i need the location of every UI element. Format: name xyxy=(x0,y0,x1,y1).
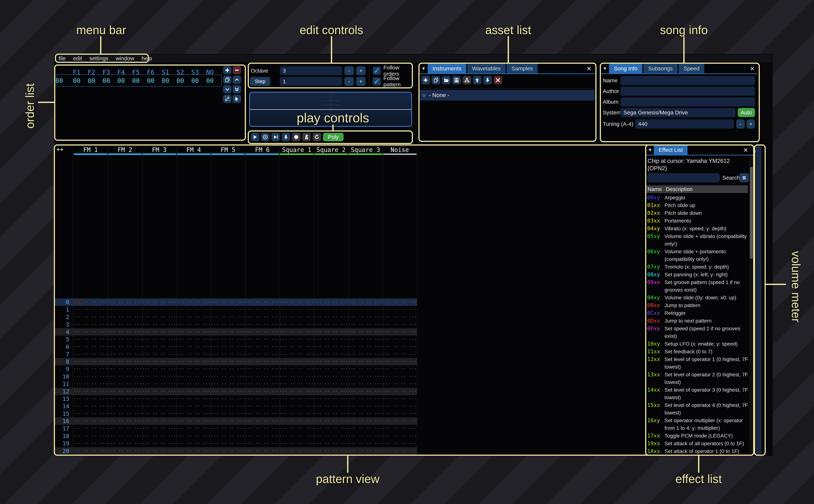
asset-directory-button[interactable] xyxy=(463,76,471,84)
pattern-cell[interactable]: ··· ·· ·· ···· xyxy=(383,328,417,336)
pattern-cell[interactable]: ··· ·· ·· ···· xyxy=(314,343,348,350)
pattern-cell[interactable]: ··· ·· ·· ···· xyxy=(142,343,176,350)
pattern-cell[interactable]: ··· ·· ·· ···· xyxy=(211,298,245,306)
pattern-cell[interactable]: ··· ·· ·· ···· xyxy=(142,321,176,328)
pattern-cell[interactable]: ··· ·· ·· ···· xyxy=(176,313,211,321)
step-increase-button[interactable]: + xyxy=(356,77,366,86)
pattern-cell[interactable]: ··· ·· ·· ···· xyxy=(211,432,245,440)
pattern-cell[interactable]: ··· ·· ·· ···· xyxy=(142,440,176,447)
step-play-button[interactable] xyxy=(271,133,280,141)
channel-header-fm-6[interactable]: FM 6 xyxy=(245,146,279,153)
step-down-button[interactable] xyxy=(282,133,290,141)
pattern-cell[interactable]: ··· ·· ·· ···· xyxy=(142,373,176,380)
pattern-cell[interactable]: ··· ·· ·· ···· xyxy=(348,328,382,336)
follow-orders-checkbox[interactable]: ✓ xyxy=(373,67,381,75)
pattern-cell[interactable]: ··· ·· ·· ···· xyxy=(383,306,417,313)
pattern-cell[interactable]: ··· ·· ·· ···· xyxy=(279,321,314,328)
pattern-cell[interactable]: ··· ·· ·· ···· xyxy=(348,336,382,343)
pattern-cell[interactable]: ··· ·· ·· ···· xyxy=(142,395,176,403)
menu-item-settings[interactable]: settings xyxy=(89,55,108,62)
move-asset-down-button[interactable] xyxy=(483,76,492,84)
pattern-cell[interactable]: ··· ·· ·· ···· xyxy=(383,447,417,455)
pattern-cell[interactable]: ··· ·· ·· ···· xyxy=(211,336,245,343)
pattern-cell[interactable]: ··· ·· ·· ···· xyxy=(176,365,211,373)
duplicate-order-button[interactable] xyxy=(223,76,231,84)
pattern-cell[interactable]: ··· ·· ·· ···· xyxy=(383,410,417,417)
menu-item-window[interactable]: window xyxy=(116,55,134,62)
tuning-increase-button[interactable]: + xyxy=(747,119,755,129)
channel-header-fm-2[interactable]: FM 2 xyxy=(108,146,142,153)
pattern-cell[interactable]: ··· ·· ·· ···· xyxy=(314,313,348,321)
order-cell[interactable]: 00 xyxy=(132,77,140,84)
pattern-cell[interactable]: ··· ·· ·· ···· xyxy=(142,358,176,365)
follow-pattern-checkbox[interactable]: ✓ xyxy=(373,77,381,85)
pattern-cell[interactable]: ··· ·· ·· ···· xyxy=(314,351,348,358)
pattern-cell[interactable]: ··· ·· ·· ···· xyxy=(348,388,382,395)
pattern-cell[interactable]: ··· ·· ·· ···· xyxy=(383,343,417,350)
system-input[interactable]: Sega Genesis/Mega Drive xyxy=(621,108,736,117)
pattern-cell[interactable]: ··· ·· ·· ···· xyxy=(279,417,314,425)
pattern-cell[interactable]: ··· ·· ·· ···· xyxy=(383,395,417,403)
pattern-cell[interactable]: ··· ·· ·· ···· xyxy=(142,351,176,358)
pattern-cell[interactable]: ··· ·· ·· ···· xyxy=(314,373,348,380)
duplicate-order-end-button[interactable] xyxy=(233,85,241,93)
pattern-cell[interactable]: ··· ·· ·· ···· xyxy=(279,403,314,410)
pattern-cell[interactable]: ··· ·· ·· ···· xyxy=(176,403,211,410)
tab-effect-list[interactable]: Effect List xyxy=(654,145,688,155)
pattern-cell[interactable]: ··· ·· ·· ···· xyxy=(176,321,211,328)
pattern-cell[interactable]: ··· ·· ·· ···· xyxy=(73,380,108,388)
channel-header-fm-1[interactable]: FM 1 xyxy=(73,146,108,153)
octave-input[interactable]: 3 xyxy=(280,66,342,75)
pattern-cell[interactable]: ··· ·· ·· ···· xyxy=(279,373,314,380)
pattern-cell[interactable]: ··· ·· ·· ···· xyxy=(348,365,382,373)
pattern-cell[interactable]: ··· ·· ·· ···· xyxy=(279,440,314,447)
pattern-cell[interactable]: ··· ·· ·· ···· xyxy=(245,410,279,417)
pattern-cell[interactable]: ··· ·· ·· ···· xyxy=(73,328,108,336)
order-cell[interactable]: 00 xyxy=(147,77,154,84)
pattern-cell[interactable]: ··· ·· ·· ···· xyxy=(314,395,348,403)
pattern-cell[interactable]: ··· ·· ·· ···· xyxy=(383,403,417,410)
pattern-cell[interactable]: ··· ·· ·· ···· xyxy=(73,425,108,432)
pattern-cell[interactable]: ··· ·· ·· ···· xyxy=(211,328,245,336)
pattern-cell[interactable]: ··· ·· ·· ···· xyxy=(245,440,279,447)
order-cell[interactable]: 00 xyxy=(73,77,81,84)
order-cell[interactable]: 00 xyxy=(88,77,95,84)
pattern-cell[interactable]: ··· ·· ·· ···· xyxy=(279,410,314,417)
pattern-cell[interactable]: ··· ·· ·· ···· xyxy=(314,410,348,417)
pattern-cell[interactable]: ··· ·· ·· ···· xyxy=(245,380,279,388)
pattern-cell[interactable]: ··· ·· ·· ···· xyxy=(108,365,142,373)
pattern-cell[interactable]: ··· ·· ·· ···· xyxy=(108,432,142,440)
pattern-cell[interactable]: ··· ·· ·· ···· xyxy=(279,313,314,321)
pattern-cell[interactable]: ··· ·· ·· ···· xyxy=(314,306,348,313)
pattern-cell[interactable]: ··· ·· ·· ···· xyxy=(245,343,279,350)
step-input[interactable]: 1 xyxy=(280,77,342,86)
pattern-cell[interactable]: ··· ·· ·· ···· xyxy=(73,351,108,358)
pattern-cell[interactable]: ··· ·· ·· ···· xyxy=(176,373,211,380)
pattern-cell[interactable]: ··· ·· ·· ···· xyxy=(279,432,314,440)
pattern-cell[interactable]: ··· ·· ·· ···· xyxy=(108,380,142,388)
pattern-cell[interactable]: ··· ·· ·· ···· xyxy=(348,447,382,455)
order-cell[interactable]: 00 xyxy=(206,77,214,84)
pattern-cell[interactable]: ··· ·· ·· ···· xyxy=(108,351,142,358)
system-auto-button[interactable]: Auto xyxy=(738,108,755,117)
pattern-cell[interactable]: ··· ·· ·· ···· xyxy=(383,336,417,343)
pattern-cell[interactable]: ··· ·· ·· ···· xyxy=(176,343,211,350)
play-button[interactable] xyxy=(251,133,259,141)
pattern-cell[interactable]: ··· ·· ·· ···· xyxy=(314,447,348,455)
pattern-cell[interactable]: ··· ·· ·· ···· xyxy=(348,373,382,380)
pattern-cell[interactable]: ··· ·· ·· ···· xyxy=(279,351,314,358)
pattern-cell[interactable]: ··· ·· ·· ···· xyxy=(314,328,348,336)
add-order-button[interactable] xyxy=(223,66,231,74)
pattern-cell[interactable]: ··· ·· ·· ···· xyxy=(108,343,142,350)
pattern-cell[interactable]: ··· ·· ·· ···· xyxy=(314,358,348,365)
pattern-cell[interactable]: ··· ·· ·· ···· xyxy=(108,425,142,432)
pattern-cell[interactable]: ··· ·· ·· ···· xyxy=(245,403,279,410)
pattern-cell[interactable]: ··· ·· ·· ···· xyxy=(73,432,108,440)
pattern-cell[interactable]: ··· ·· ·· ···· xyxy=(279,336,314,343)
pattern-cell[interactable]: ··· ·· ·· ···· xyxy=(176,358,211,365)
collapse-icon[interactable]: ▼ xyxy=(422,66,426,71)
tab-subsongs[interactable]: Subsongs xyxy=(643,64,677,73)
order-change-mode-button[interactable] xyxy=(233,95,241,103)
pattern-cell[interactable]: ··· ·· ·· ···· xyxy=(279,395,314,403)
pattern-cell[interactable]: ··· ·· ·· ···· xyxy=(142,403,176,410)
